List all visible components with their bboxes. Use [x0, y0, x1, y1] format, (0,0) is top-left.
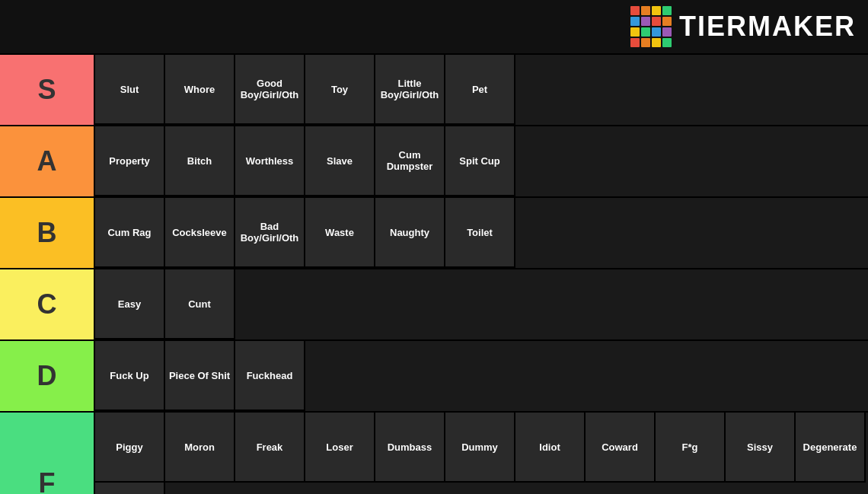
tier-row-f: FPiggyMoronFreakLoserDumbassDummyIdiotCo…: [0, 411, 868, 494]
tier-label-f: F: [0, 413, 95, 494]
logo-cell: [641, 38, 650, 47]
logo-grid: [630, 6, 672, 47]
tier-item[interactable]: Cum Rag: [95, 198, 165, 268]
tier-item[interactable]: Loser: [305, 413, 375, 483]
tier-item[interactable]: Easy: [95, 269, 165, 339]
tier-item[interactable]: Idiot: [515, 413, 586, 483]
tier-item[interactable]: Degenerate: [796, 413, 866, 483]
logo-cell: [652, 38, 661, 47]
tier-label-c: C: [0, 269, 95, 339]
tier-items-s: SlutWhoreGood Boy/Girl/OthToyLittle Boy/…: [95, 55, 868, 125]
tier-item[interactable]: Slut: [95, 55, 165, 125]
tier-item[interactable]: F*g: [656, 413, 726, 483]
tier-item[interactable]: Moron: [165, 413, 235, 483]
tier-items-c: EasyCunt: [95, 269, 868, 339]
tier-label-b: B: [0, 198, 95, 268]
tier-item[interactable]: Property: [95, 126, 165, 196]
tier-label-d: D: [0, 341, 95, 411]
logo-cell: [630, 6, 640, 15]
logo-cell: [662, 17, 672, 26]
tier-item[interactable]: Good Boy/Girl/Oth: [235, 55, 305, 125]
tier-item[interactable]: Worthless: [235, 126, 305, 196]
tier-item[interactable]: Freak: [235, 413, 305, 483]
tier-item[interactable]: Naughty: [375, 198, 445, 268]
header: TiERMAKER: [0, 0, 868, 53]
logo-cell: [630, 17, 640, 26]
tier-item[interactable]: Piggy: [95, 413, 165, 483]
tier-item[interactable]: Cum Dumpster: [375, 126, 445, 196]
tier-item[interactable]: Bitch: [165, 126, 235, 196]
logo-cell: [652, 27, 661, 37]
tier-items-b: Cum RagCocksleeveBad Boy/Girl/OthWasteNa…: [95, 198, 868, 268]
tier-item[interactable]: Piece Of Shit: [165, 341, 235, 411]
logo-cell: [652, 6, 661, 15]
logo-cell: [662, 6, 672, 15]
tier-item[interactable]: Spit Cup: [445, 126, 515, 196]
tier-item[interactable]: Fuck Up: [95, 341, 165, 411]
tier-item[interactable]: Dumbass: [375, 413, 445, 483]
tier-row-d: DFuck UpPiece Of ShitFuckhead: [0, 339, 868, 411]
tier-row-c: CEasyCunt: [0, 268, 868, 339]
logo-cell: [662, 27, 672, 37]
logo-text: TiERMAKER: [679, 11, 856, 43]
tier-item[interactable]: Cocksleeve: [165, 198, 235, 268]
tier-row-b: BCum RagCocksleeveBad Boy/Girl/OthWasteN…: [0, 196, 868, 268]
tier-items-d: Fuck UpPiece Of ShitFuckhead: [95, 341, 868, 411]
logo: TiERMAKER: [630, 6, 856, 47]
tier-item[interactable]: Bad Boy/Girl/Oth: [235, 198, 305, 268]
tier-items-a: PropertyBitchWorthlessSlaveCum DumpsterS…: [95, 126, 868, 196]
logo-cell: [652, 17, 661, 26]
tier-items-f: PiggyMoronFreakLoserDumbassDummyIdiotCow…: [95, 413, 868, 494]
logo-cell: [630, 27, 640, 37]
tier-item[interactable]: Fuckhead: [235, 341, 305, 411]
tier-row-s: SSlutWhoreGood Boy/Girl/OthToyLittle Boy…: [0, 53, 868, 125]
tier-label-a: A: [0, 126, 95, 196]
logo-cell: [630, 38, 640, 47]
logo-cell: [662, 38, 672, 47]
logo-cell: [641, 6, 650, 15]
tier-item[interactable]: Cuck: [95, 483, 165, 494]
tier-item[interactable]: Whore: [165, 55, 235, 125]
tier-item[interactable]: Toy: [305, 55, 375, 125]
logo-cell: [641, 17, 650, 26]
tier-item[interactable]: Waste: [305, 198, 375, 268]
tier-item[interactable]: Toilet: [445, 198, 515, 268]
tier-item[interactable]: Little Boy/Girl/Oth: [375, 55, 445, 125]
tier-item[interactable]: Pet: [445, 55, 515, 125]
tier-item[interactable]: Dummy: [445, 413, 515, 483]
tier-row-a: APropertyBitchWorthlessSlaveCum Dumpster…: [0, 125, 868, 196]
tier-label-s: S: [0, 55, 95, 125]
tier-item[interactable]: Sissy: [726, 413, 796, 483]
app-container: TiERMAKER SSlutWhoreGood Boy/Girl/OthToy…: [0, 0, 868, 494]
tier-item[interactable]: Coward: [586, 413, 656, 483]
logo-cell: [641, 27, 650, 37]
tier-item[interactable]: Slave: [305, 126, 375, 196]
tier-item[interactable]: Cunt: [165, 269, 235, 339]
tier-table: SSlutWhoreGood Boy/Girl/OthToyLittle Boy…: [0, 53, 868, 494]
